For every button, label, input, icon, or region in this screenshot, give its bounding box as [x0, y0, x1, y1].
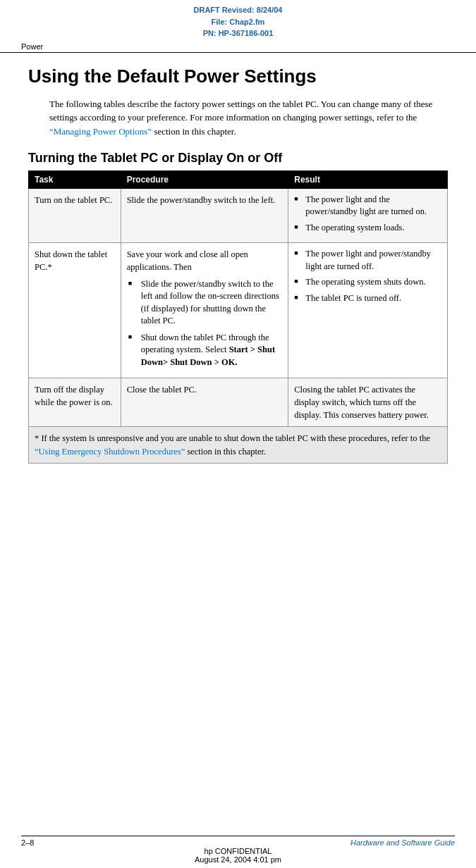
task-cell-1: Turn on the tablet PC. [29, 188, 121, 243]
task-cell-2: Shut down the tablet PC.* [29, 243, 121, 378]
procedure-3-text: Close the tablet PC. [127, 385, 197, 395]
managing-power-link[interactable]: “Managing Power Options” [49, 126, 152, 137]
list-item: The tablet PC is turned off. [294, 292, 441, 305]
intro-paragraph: The following tables describe the factor… [49, 97, 448, 139]
task-cell-3: Turn off the display while the power is … [29, 378, 121, 427]
result-cell-3: Closing the tablet PC activates the disp… [288, 378, 448, 427]
result-1-list: The power light and the power/standby li… [294, 194, 441, 235]
col-task: Task [29, 170, 121, 188]
procedure-cell-2: Save your work and close all open applic… [121, 243, 288, 378]
col-procedure: Procedure [121, 170, 288, 188]
section-title: Turning the Tablet PC or Display On or O… [28, 151, 448, 166]
power-table: Task Procedure Result Turn on the tablet… [28, 170, 448, 464]
draft-line1: DRAFT Revised: 8/24/04 [0, 4, 476, 16]
footnote-text2: section in this chapter. [185, 447, 266, 457]
footer-area: 2–8 Hardware and Software Guide hp CONFI… [0, 836, 476, 868]
content-area: Using the Default Power Settings The fol… [0, 53, 476, 485]
footnote-cell: * If the system is unresponsive and you … [29, 427, 448, 463]
footer-line: 2–8 Hardware and Software Guide [21, 836, 455, 847]
footnote-text1: * If the system is unresponsive and you … [35, 433, 430, 443]
list-item: The power light and power/standby light … [294, 248, 441, 273]
task-2-text: Shut down the tablet PC.* [35, 249, 107, 272]
main-title: Using the Default Power Settings [28, 66, 448, 87]
footer-page-number: 2–8 [21, 838, 34, 847]
emergency-shutdown-link[interactable]: “Using Emergency Shutdown Procedures” [35, 447, 185, 457]
footer-guide-title: Hardware and Software Guide [350, 838, 455, 847]
table-row: Shut down the tablet PC.* Save your work… [29, 243, 448, 378]
footnote-row: * If the system is unresponsive and you … [29, 427, 448, 463]
col-result: Result [288, 170, 448, 188]
intro-text1: The following tables describe the factor… [49, 99, 432, 123]
list-item: The power light and the power/standby li… [294, 194, 441, 218]
procedure-cell-1: Slide the power/standby switch to the le… [121, 188, 288, 243]
procedure-1-text: Slide the power/standby switch to the le… [127, 195, 276, 205]
procedure-cell-3: Close the tablet PC. [121, 378, 288, 427]
result-2-list: The power light and power/standby light … [294, 248, 441, 304]
procedure-2-intro: Save your work and close all open applic… [127, 249, 248, 272]
footer-confidential-line1: hp CONFIDENTIAL [0, 847, 476, 855]
footer-confidential: hp CONFIDENTIAL August 24, 2004 4:01 pm [0, 847, 476, 868]
list-item: Shut down the tablet PC through the oper… [127, 332, 283, 369]
result-cell-2: The power light and power/standby light … [288, 243, 448, 378]
table-row: Turn off the display while the power is … [29, 378, 448, 427]
task-3-text: Turn off the display while the power is … [35, 385, 113, 407]
list-item: Slide the power/standby switch to the le… [127, 278, 283, 328]
page-label: Power [0, 41, 476, 53]
draft-line2: File: Chap2.fm [0, 16, 476, 28]
task-1-text: Turn on the tablet PC. [35, 195, 112, 205]
draft-header: DRAFT Revised: 8/24/04 File: Chap2.fm PN… [0, 0, 476, 41]
procedure-2-list: Slide the power/standby switch to the le… [127, 278, 283, 369]
list-item: The operating system shuts down. [294, 276, 441, 289]
footer-confidential-line2: August 24, 2004 4:01 pm [0, 855, 476, 864]
result-cell-1: The power light and the power/standby li… [288, 188, 448, 243]
table-row: Turn on the tablet PC. Slide the power/s… [29, 188, 448, 243]
intro-text2: section in this chapter. [152, 126, 236, 137]
result-3-text: Closing the tablet PC activates the disp… [294, 385, 429, 420]
list-item: The operating system loads. [294, 222, 441, 235]
draft-line3: PN: HP-367186-001 [0, 27, 476, 39]
